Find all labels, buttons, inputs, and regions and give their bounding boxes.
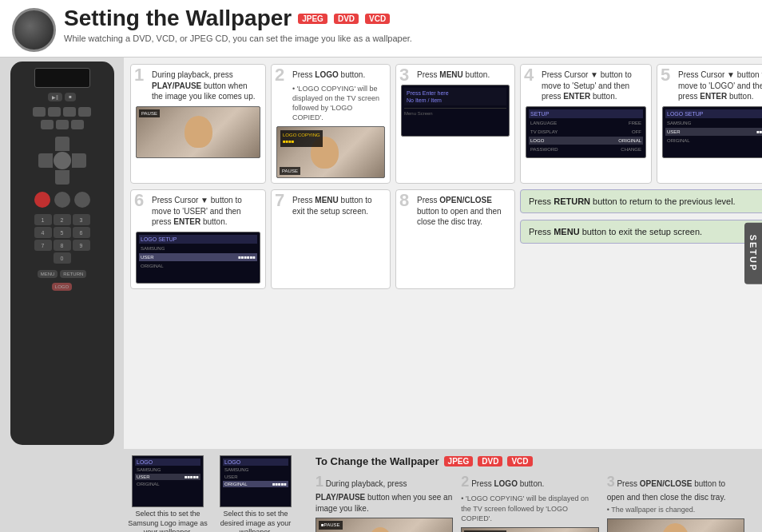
step-8-and-info: 8 Press OPEN/CLOSE button to open and th… (395, 189, 762, 289)
remote-dpad (38, 137, 86, 185)
info-box-2: Press MENU button to exit the setup scre… (520, 220, 762, 244)
change-step-1-num: 1 (316, 474, 323, 490)
step-5-number: 5 (661, 66, 670, 84)
remote-right-btn[interactable] (72, 153, 86, 168)
change-badge-vcd: VCD (507, 456, 532, 466)
step-1-card: 1 During playback, press PLAY/PAUSE butt… (130, 64, 266, 184)
remote-btn-7[interactable] (71, 120, 84, 129)
remote-screen (34, 68, 90, 88)
remote-btn-1[interactable] (33, 107, 46, 117)
step-6-card: 6 Press Cursor ▼ button to move to 'USER… (130, 189, 266, 289)
bottom-images: LOGO SAMSUNG USER■■■■■ ORIGINAL Select t… (128, 455, 296, 532)
bottom-image-2: LOGO SAMSUNG USER ORIGINAL■■■■■ (220, 455, 292, 507)
steps-top-row: 1 During playback, press PLAY/PAUSE butt… (130, 64, 762, 184)
step-5-image: LOGO SETUP SAMSUNG USER■■■■■■ ORIGINAL (662, 106, 762, 158)
remote-num-8[interactable]: 8 (54, 240, 71, 251)
remote-num-7[interactable]: 7 (34, 240, 52, 251)
remote-num-6[interactable]: 6 (73, 227, 90, 238)
remote-circle-1[interactable] (34, 192, 50, 208)
step-3-text: Press MENU button. (401, 69, 510, 81)
steps-bottom-row: 6 Press Cursor ▼ button to move to 'USER… (130, 189, 762, 289)
change-step-3-img (607, 518, 744, 532)
badge-vcd: VCD (365, 14, 390, 24)
change-badge-jpeg: JPEG (444, 456, 474, 466)
bottom-image-1-container: LOGO SAMSUNG USER■■■■■ ORIGINAL Select t… (128, 455, 208, 532)
sidebar: ▶‖ ■ (0, 58, 124, 449)
remote-circle-2[interactable] (54, 192, 70, 208)
change-step-1-text: During playback, press PLAY/PAUSE button… (316, 479, 452, 513)
remote-num-0[interactable]: 0 (54, 252, 71, 264)
step-5-text: Press Cursor ▼ button to move to 'LOGO' … (662, 69, 762, 102)
step-8-number: 8 (399, 192, 409, 209)
change-step-3-text: Press OPEN/CLOSE button to open and then… (607, 479, 726, 502)
page: Setting the Wallpaper JPEG DVD VCD While… (0, 0, 762, 532)
step-3-card: 3 Press MENU button. Press Enter hereNo … (395, 64, 515, 184)
remote-circle-3[interactable] (74, 192, 90, 208)
step-2-number: 2 (275, 66, 284, 84)
subtitle: While watching a DVD, VCD, or JPEG CD, y… (64, 34, 750, 43)
change-header: To Change the Wallpaper JPEG DVD VCD (316, 455, 744, 467)
step-6-text: Press Cursor ▼ button to move to 'USER' … (136, 195, 260, 228)
remote-btn-5[interactable] (41, 120, 54, 129)
bottom-image-1: LOGO SAMSUNG USER■■■■■ ORIGINAL (132, 455, 204, 507)
badge-jpeg: JPEG (298, 14, 327, 24)
step-4-image: SETUP LANGUAGEFREE TV DISPLAYOFF LOGOORI… (526, 106, 646, 158)
remote-num-5[interactable]: 5 (54, 227, 71, 238)
remote-up-btn[interactable] (55, 137, 69, 151)
step-7-number: 7 (275, 192, 284, 209)
remote-down-btn[interactable] (55, 170, 69, 185)
bottom-section: LOGO SAMSUNG USER■■■■■ ORIGINAL Select t… (0, 449, 762, 532)
step-1-number: 1 (134, 66, 144, 84)
pause-label-2: PAUSE (280, 167, 300, 175)
change-pause-1: ■PAUSE (319, 521, 343, 529)
step-7-text: Press MENU button to exit the setup scre… (276, 195, 385, 216)
remote-left-btn[interactable] (38, 153, 53, 168)
remote-btn-6[interactable] (56, 120, 69, 129)
remote-num-1[interactable]: 1 (34, 214, 52, 225)
remote-play-btn[interactable]: ▶‖ (48, 93, 62, 101)
change-steps: 1 During playback, press PLAY/PAUSE butt… (316, 472, 744, 532)
remote-return-btn[interactable]: RETURN (60, 270, 86, 278)
header: Setting the Wallpaper JPEG DVD VCD While… (0, 0, 762, 58)
remote-enter-btn[interactable] (54, 152, 71, 169)
step-8-card: 8 Press OPEN/CLOSE button to open and th… (395, 189, 515, 289)
remote-btn-4[interactable] (78, 107, 91, 117)
remote-btn-2[interactable] (48, 107, 61, 117)
step-5-card: 5 Press Cursor ▼ button to move to 'LOGO… (657, 64, 762, 184)
change-step-1: 1 During playback, press PLAY/PAUSE butt… (316, 472, 453, 532)
info-boxes: Press RETURN button to return to the pre… (520, 189, 762, 289)
bottom-caption-1: Select this to set the Samsung Logo imag… (128, 510, 208, 532)
change-wallpaper-section: To Change the Wallpaper JPEG DVD VCD 1 D… (308, 455, 752, 532)
remote-numpad: 1 2 3 4 5 6 7 8 9 0 (34, 214, 90, 264)
step-2-text: Press LOGO button. (276, 69, 385, 81)
page-title: Setting the Wallpaper JPEG DVD VCD (64, 6, 750, 31)
header-text: Setting the Wallpaper JPEG DVD VCD While… (64, 6, 750, 43)
change-step-1-img: ■PAUSE (316, 518, 453, 532)
info-box-1: Press RETURN button to return to the pre… (520, 189, 762, 213)
change-step-2-text: Press LOGO button. (471, 479, 544, 488)
change-step-2-num: 2 (461, 474, 469, 490)
bottom-caption-2: Select this to set the desired image as … (216, 510, 296, 532)
step-2-image: LOGO COPYING■■■■ PAUSE (276, 126, 385, 178)
steps-area: 1 During playback, press PLAY/PAUSE butt… (124, 58, 762, 449)
step-3-image: Press Enter hereNo Item / Item Menu Scre… (401, 85, 510, 137)
step-2-card: 2 Press LOGO button. 'LOGO COPYING' will… (271, 64, 391, 184)
change-step-3-num: 3 (607, 474, 615, 490)
remote-logo-btn[interactable]: LOGO (52, 283, 72, 291)
remote-num-3[interactable]: 3 (73, 214, 90, 225)
remote-control: ▶‖ ■ (10, 62, 114, 445)
remote-num-2[interactable]: 2 (54, 214, 71, 225)
step-8-text: Press OPEN/CLOSE button to open and then… (401, 195, 510, 228)
change-step-2-img: LOGO COPYING■■■■ ■PAUSE (461, 527, 598, 532)
remote-btn-3[interactable] (63, 107, 76, 117)
step-4-number: 4 (524, 66, 534, 84)
remote-num-9[interactable]: 9 (73, 240, 90, 251)
badge-dvd: DVD (334, 14, 359, 24)
remote-stop-btn[interactable]: ■ (65, 93, 76, 101)
remote-num-4[interactable]: 4 (34, 227, 52, 238)
remote-menu-btn[interactable]: MENU (38, 270, 58, 278)
step-2-note: 'LOGO COPYING' will be displayed on the … (276, 84, 385, 123)
change-title: To Change the Wallpaper (316, 455, 439, 467)
step-4-card: 4 Press Cursor ▼ button to move to 'Setu… (520, 64, 652, 184)
bottom-image-2-container: LOGO SAMSUNG USER ORIGINAL■■■■■ Select t… (216, 455, 296, 532)
